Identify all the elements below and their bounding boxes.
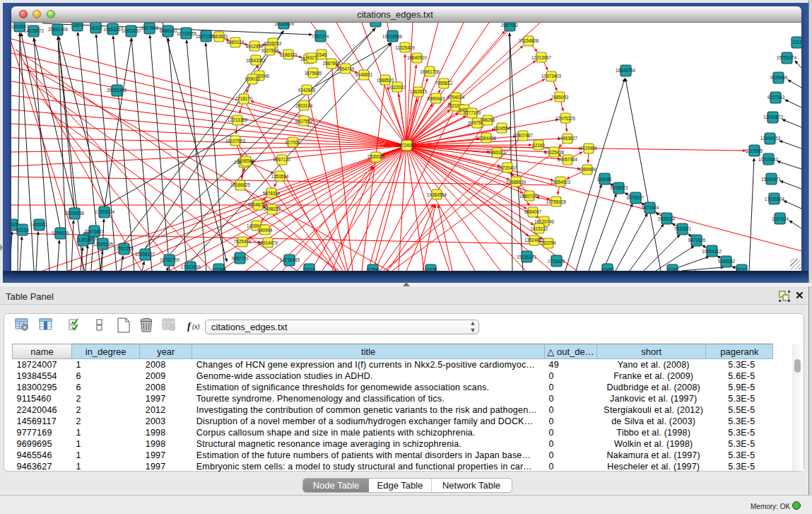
svg-text:9245052: 9245052 (718, 259, 736, 264)
svg-text:8215955: 8215955 (746, 148, 763, 153)
svg-text:1615132: 1615132 (531, 226, 548, 231)
svg-text:62160: 62160 (532, 143, 545, 148)
svg-text:1588520: 1588520 (377, 78, 394, 83)
svg-text:16154808: 16154808 (519, 38, 539, 43)
svg-text:8267130: 8267130 (273, 157, 291, 162)
svg-text:10210643: 10210643 (758, 157, 779, 162)
svg-text:10756928: 10756928 (546, 199, 567, 204)
svg-text:9329966: 9329966 (770, 75, 788, 80)
svg-text:746266: 746266 (480, 117, 495, 122)
svg-text:115366: 115366 (212, 267, 227, 271)
svg-text:10654112: 10654112 (702, 249, 722, 254)
svg-text:18807249: 18807249 (519, 194, 540, 199)
svg-text:5498222: 5498222 (264, 206, 281, 211)
svg-text:5878334: 5878334 (263, 191, 281, 196)
svg-text:20364436: 20364436 (476, 136, 497, 141)
svg-text:92450: 92450 (601, 267, 614, 271)
svg-text:33154: 33154 (16, 228, 29, 233)
svg-text:9657791: 9657791 (232, 256, 249, 261)
svg-text:2935114: 2935114 (658, 216, 676, 221)
svg-text:11325419: 11325419 (395, 45, 415, 50)
svg-text:17016504: 17016504 (765, 197, 785, 201)
svg-text:9327: 9327 (307, 55, 317, 60)
svg-text:19166825: 19166825 (230, 182, 251, 187)
svg-text:18724007: 18724007 (396, 143, 417, 148)
svg-text:2718170: 2718170 (235, 96, 253, 101)
svg-text:140994: 140994 (257, 228, 273, 233)
svg-text:252254: 252254 (541, 240, 556, 245)
svg-text:f: f (187, 321, 192, 332)
svg-text:20691406: 20691406 (48, 27, 69, 32)
svg-text:17957255: 17957255 (114, 246, 134, 251)
svg-text:9732: 9732 (736, 267, 747, 271)
svg-text:7625402: 7625402 (234, 239, 252, 244)
svg-text:12444153: 12444153 (760, 136, 781, 141)
svg-text:1435061: 1435061 (30, 222, 48, 227)
svg-text:12213363: 12213363 (228, 117, 248, 122)
svg-text:8471626: 8471626 (688, 238, 706, 243)
svg-text:1527602: 1527602 (141, 25, 159, 30)
svg-text:10807487: 10807487 (513, 133, 534, 138)
svg-text:14463627: 14463627 (558, 136, 578, 141)
svg-text:1156829: 1156829 (52, 230, 69, 235)
svg-text:15751074: 15751074 (777, 55, 797, 60)
svg-text:16961758: 16961758 (420, 69, 440, 74)
svg-text:15720407: 15720407 (498, 165, 518, 170)
svg-text:9322037: 9322037 (389, 85, 406, 90)
svg-text:8990443: 8990443 (428, 96, 445, 101)
svg-text:1167534: 1167534 (772, 216, 789, 221)
svg-text:16543362: 16543362 (246, 58, 266, 63)
svg-text:16107553: 16107553 (225, 139, 246, 144)
svg-text:16033809: 16033809 (274, 23, 295, 26)
svg-text:1196549: 1196549 (237, 158, 255, 163)
svg-text:(x): (x) (192, 323, 200, 330)
svg-text:10958107: 10958107 (135, 252, 155, 257)
svg-text:12093872: 12093872 (763, 115, 784, 119)
svg-text:10719155: 10719155 (177, 31, 197, 36)
svg-text:10973403: 10973403 (541, 74, 562, 78)
svg-text:7663822: 7663822 (211, 34, 228, 39)
svg-text:97596: 97596 (367, 267, 379, 271)
svg-text:12505135: 12505135 (93, 242, 114, 247)
svg-text:1353594: 1353594 (271, 174, 289, 179)
svg-text:26053346: 26053346 (107, 88, 127, 93)
svg-text:3875685: 3875685 (305, 71, 322, 76)
svg-text:9327508: 9327508 (261, 48, 279, 53)
svg-text:10025438: 10025438 (544, 150, 565, 155)
svg-text:14957964: 14957964 (558, 157, 578, 162)
svg-text:7357274: 7357274 (312, 34, 329, 39)
svg-text:17359924: 17359924 (95, 209, 115, 214)
svg-text:8813094: 8813094 (367, 23, 385, 23)
svg-text:9474444: 9474444 (642, 205, 659, 210)
svg-text:20975867: 20975867 (84, 229, 105, 234)
svg-text:16914479: 16914479 (258, 240, 278, 245)
svg-text:9146821: 9146821 (355, 72, 373, 77)
svg-text:13716: 13716 (302, 267, 315, 271)
svg-text:417006: 417006 (285, 140, 300, 145)
svg-text:15136141: 15136141 (517, 255, 537, 259)
svg-text:7955812: 7955812 (435, 81, 453, 86)
svg-text:1733426: 1733426 (548, 259, 565, 264)
svg-text:6466160: 6466160 (160, 28, 177, 33)
svg-text:9245: 9245 (668, 267, 678, 271)
svg-text:6794024: 6794024 (447, 95, 465, 100)
svg-text:2530025: 2530025 (367, 154, 385, 159)
svg-text:7986322: 7986322 (488, 150, 506, 155)
svg-text:9242848: 9242848 (298, 88, 316, 93)
svg-text:1809: 1809 (73, 23, 83, 28)
svg-text:8427552: 8427552 (295, 119, 313, 124)
svg-text:1089969: 1089969 (579, 167, 596, 172)
svg-text:8660124: 8660124 (227, 40, 245, 45)
svg-text:12213967: 12213967 (531, 55, 552, 60)
svg-text:144095: 144095 (596, 177, 612, 182)
svg-text:13716485: 13716485 (280, 257, 300, 262)
svg-text:9777169: 9777169 (464, 110, 481, 115)
svg-text:2867608: 2867608 (323, 61, 341, 66)
svg-text:16648784: 16648784 (616, 68, 636, 73)
svg-text:9115460: 9115460 (580, 146, 598, 151)
svg-text:7632621: 7632621 (674, 226, 692, 231)
svg-text:15692971: 15692971 (761, 177, 782, 182)
svg-text:20206536: 20206536 (64, 211, 85, 216)
svg-text:1112: 1112 (792, 40, 801, 45)
svg-text:14035572: 14035572 (24, 28, 45, 33)
